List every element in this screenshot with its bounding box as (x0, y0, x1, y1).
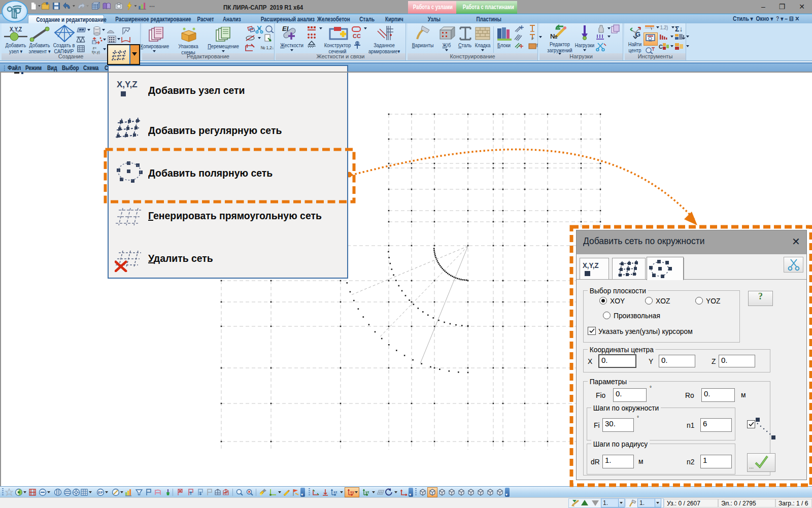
svg-text:№: № (550, 32, 558, 40)
svg-text:f: f (536, 43, 538, 48)
svg-text:C: C (659, 44, 663, 50)
svg-text:xy: xy (350, 490, 354, 494)
svg-text:yz: yz (365, 490, 369, 494)
svg-text:P: P (531, 37, 534, 41)
svg-text:EF: EF (98, 490, 103, 495)
svg-text:xz: xz (333, 490, 337, 494)
